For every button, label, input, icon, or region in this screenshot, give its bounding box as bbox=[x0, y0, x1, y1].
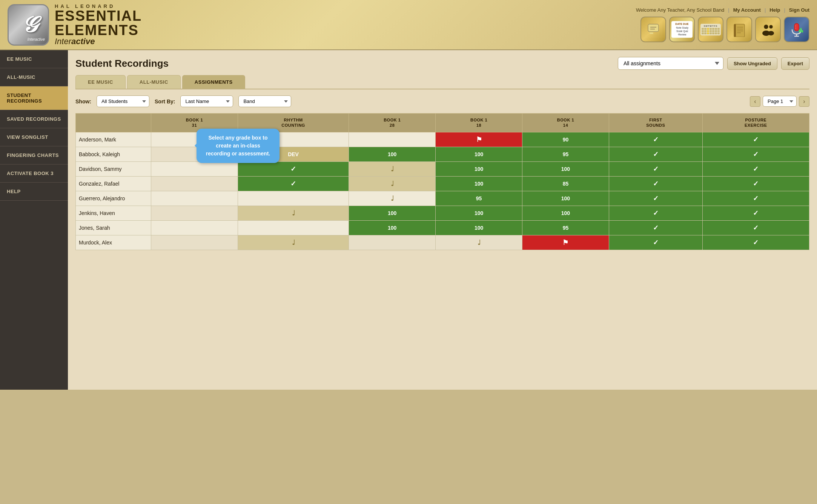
check-icon: ✓ bbox=[653, 224, 659, 232]
grade-cell[interactable]: ✓ bbox=[609, 206, 702, 220]
grade-cell[interactable]: ✓ bbox=[609, 161, 702, 176]
grade-cell[interactable]: 100 bbox=[522, 161, 609, 176]
grade-cell[interactable]: ♩ bbox=[238, 206, 349, 220]
show-ungraded-button[interactable]: Show Ungraded bbox=[727, 57, 777, 70]
table-row: Jones, Sarah 100 100 95 ✓ ✓ bbox=[76, 220, 809, 235]
grade-cell[interactable] bbox=[151, 176, 238, 191]
sidebar-item-student-recordings[interactable]: Student Recordings bbox=[0, 86, 68, 110]
check-icon: ✓ bbox=[753, 239, 759, 246]
grade-cell[interactable]: ✓ bbox=[702, 147, 809, 161]
grade-cell[interactable] bbox=[151, 191, 238, 206]
book-icon-btn[interactable] bbox=[726, 17, 752, 42]
music-icon-btn[interactable] bbox=[784, 17, 809, 42]
people-icon bbox=[760, 22, 776, 37]
student-name: Guerrero, Alejandro bbox=[76, 191, 151, 206]
grade-cell[interactable]: ⚑ bbox=[436, 132, 522, 147]
people-icon-btn[interactable] bbox=[755, 17, 781, 42]
help-link[interactable]: Help bbox=[769, 7, 780, 13]
grade-cell[interactable]: ✓ bbox=[609, 235, 702, 250]
check-icon: ✓ bbox=[653, 180, 659, 187]
tab-ee-music[interactable]: EE MUSIC bbox=[75, 75, 126, 89]
assignment-select[interactable]: All assignments Recent assignments Past … bbox=[618, 57, 723, 70]
calendar-icon-btn[interactable]: DATE DUE ·Note Study·Scale Quiz·Review bbox=[669, 17, 695, 42]
grade-cell[interactable]: 100 bbox=[349, 147, 436, 161]
check-icon: ✓ bbox=[653, 209, 659, 217]
grade-cell[interactable]: 100 bbox=[436, 206, 522, 220]
grade-cell[interactable] bbox=[151, 206, 238, 220]
grade-cell[interactable] bbox=[238, 191, 349, 206]
grade-cell[interactable]: ♩ bbox=[349, 176, 436, 191]
music-note-icon: ♩ bbox=[478, 239, 481, 246]
grade-cell[interactable]: ✓ bbox=[609, 132, 702, 147]
grade-cell[interactable]: 100 bbox=[436, 147, 522, 161]
grade-cell[interactable]: 90 bbox=[522, 132, 609, 147]
grade-cell[interactable] bbox=[151, 220, 238, 235]
grade-cell[interactable]: ⚑ bbox=[522, 235, 609, 250]
header-nav: Welcome Any Teacher, Any School Band | M… bbox=[636, 7, 809, 13]
grade-cell[interactable] bbox=[349, 132, 436, 147]
grade-cell[interactable]: ✓ bbox=[238, 161, 349, 176]
grade-cell[interactable]: ♩ bbox=[349, 191, 436, 206]
page-select[interactable]: Page 1 Page 2 Page 3 bbox=[763, 96, 797, 107]
logo-g: 𝒢 bbox=[21, 12, 36, 38]
flag-icon: ⚑ bbox=[562, 239, 568, 246]
grade-cell[interactable]: ♩ bbox=[349, 161, 436, 176]
grade-cell[interactable]: ✓ bbox=[609, 220, 702, 235]
sidebar-item-view-songlist[interactable]: View Songlist bbox=[0, 128, 68, 146]
sidebar-item-help[interactable]: HELP bbox=[0, 183, 68, 201]
grade-cell[interactable]: 100 bbox=[522, 206, 609, 220]
grade-cell[interactable]: ✓ bbox=[609, 147, 702, 161]
grade-cell[interactable]: 95 bbox=[522, 147, 609, 161]
filter-show-select[interactable]: All Students Graded Ungraded bbox=[97, 95, 149, 107]
grade-cell[interactable]: 100 bbox=[436, 176, 522, 191]
sign-out-link[interactable]: Sign Out bbox=[789, 7, 809, 13]
grade-cell[interactable]: ✓ bbox=[702, 220, 809, 235]
grade-cell[interactable] bbox=[238, 220, 349, 235]
grade-cell[interactable]: ✓ bbox=[702, 132, 809, 147]
grade-cell[interactable]: 85 bbox=[522, 176, 609, 191]
grade-cell[interactable]: ✓ bbox=[702, 235, 809, 250]
grade-cell[interactable]: 95 bbox=[522, 220, 609, 235]
my-account-link[interactable]: My Account bbox=[733, 7, 761, 13]
grade-cell[interactable]: ✓ bbox=[609, 191, 702, 206]
grade-cell[interactable]: ✓ bbox=[702, 191, 809, 206]
grade-cell[interactable]: ♩ bbox=[238, 235, 349, 250]
grade-cell[interactable]: 100 bbox=[349, 206, 436, 220]
check-icon: ✓ bbox=[653, 136, 659, 143]
grade-cell[interactable]: 100 bbox=[349, 220, 436, 235]
grade-cell[interactable]: ✓ bbox=[702, 206, 809, 220]
sidebar-item-ee-music[interactable]: EE MUSIC bbox=[0, 50, 68, 68]
tab-assignments[interactable]: ASSIGNMENTS bbox=[182, 75, 245, 89]
grade-cell[interactable]: 100 bbox=[522, 191, 609, 206]
grade-cell[interactable] bbox=[151, 161, 238, 176]
grade-cell[interactable] bbox=[349, 235, 436, 250]
col-header-book1-14: BOOK 114 bbox=[522, 114, 609, 132]
check-icon: ✓ bbox=[753, 209, 759, 217]
grade-cell[interactable]: ✓ bbox=[609, 176, 702, 191]
filter-band-select[interactable]: Band Orchestra Choir bbox=[238, 95, 291, 107]
chat-icon-btn[interactable] bbox=[640, 17, 666, 42]
filter-sortby-select[interactable]: Last Name First Name Grade bbox=[180, 95, 233, 107]
grade-cell[interactable]: 100 bbox=[436, 220, 522, 235]
grade-cell[interactable]: ✓ bbox=[702, 176, 809, 191]
grade-cell[interactable]: ♩ bbox=[436, 235, 522, 250]
grade-cell[interactable]: ✓ bbox=[702, 161, 809, 176]
tab-all-music[interactable]: ALL-MUSIC bbox=[127, 75, 181, 89]
logo[interactable]: 𝒢 Interactive bbox=[8, 4, 49, 46]
sidebar-item-fingering-charts[interactable]: Fingering Charts bbox=[0, 146, 68, 164]
export-button[interactable]: Export bbox=[781, 57, 809, 70]
schedule-icon-btn[interactable]: SMTWTFS bbox=[698, 17, 723, 42]
grade-cell[interactable]: Select any grade box to create an in-cla… bbox=[151, 132, 238, 147]
sidebar-item-all-music[interactable]: ALL-MUSIC bbox=[0, 68, 68, 86]
sidebar-item-activate-book[interactable]: ACTIVATE BOOK 3 bbox=[0, 164, 68, 183]
svg-point-10 bbox=[764, 25, 768, 29]
page-next-button[interactable]: › bbox=[799, 96, 809, 107]
table-row: Babbock, Kaleigh DEV 100 100 95 ✓ ✓ bbox=[76, 147, 809, 161]
grade-cell[interactable]: 100 bbox=[436, 161, 522, 176]
sidebar-item-saved-recordings[interactable]: Saved Recordings bbox=[0, 110, 68, 128]
grade-cell[interactable]: 95 bbox=[436, 191, 522, 206]
grade-cell[interactable]: ✓ bbox=[238, 176, 349, 191]
check-icon: ✓ bbox=[653, 195, 659, 202]
grade-cell[interactable] bbox=[151, 235, 238, 250]
page-prev-button[interactable]: ‹ bbox=[750, 96, 760, 107]
